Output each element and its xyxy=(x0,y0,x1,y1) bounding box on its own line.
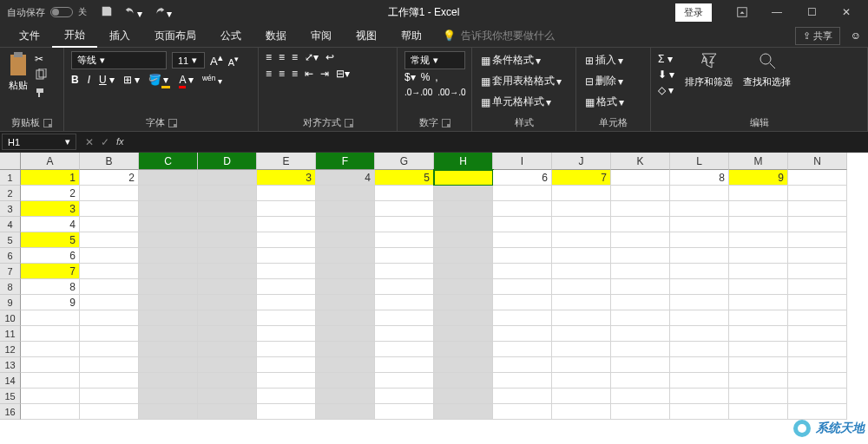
cell-L12[interactable] xyxy=(670,342,729,357)
cell-M13[interactable] xyxy=(729,357,788,373)
underline-button[interactable]: U ▾ xyxy=(99,74,115,86)
row-header-4[interactable]: 4 xyxy=(0,217,21,232)
cell-N2[interactable] xyxy=(788,186,847,201)
cell-D2[interactable] xyxy=(198,186,257,201)
cell-F11[interactable] xyxy=(316,326,375,342)
cell-D8[interactable] xyxy=(198,279,257,295)
table-format-button[interactable]: ▦ 套用表格格式▾ xyxy=(479,72,563,90)
cell-G10[interactable] xyxy=(375,310,434,326)
cell-C1[interactable] xyxy=(139,170,198,186)
col-header-F[interactable]: F xyxy=(316,153,375,170)
cell-B5[interactable] xyxy=(80,232,139,248)
cell-A2[interactable]: 2 xyxy=(21,186,80,201)
cell-I10[interactable] xyxy=(493,310,552,326)
cell-D6[interactable] xyxy=(198,248,257,264)
tab-layout[interactable]: 页面布局 xyxy=(142,25,208,47)
clipboard-launcher[interactable] xyxy=(43,119,52,127)
cell-B9[interactable] xyxy=(80,295,139,310)
cell-N5[interactable] xyxy=(788,232,847,248)
cell-K4[interactable] xyxy=(611,217,670,232)
cell-C12[interactable] xyxy=(139,342,198,357)
cell-A8[interactable]: 8 xyxy=(21,279,80,295)
phonetic-button[interactable]: wén ▾ xyxy=(202,74,222,86)
col-header-C[interactable]: C xyxy=(139,153,198,170)
cell-M8[interactable] xyxy=(729,279,788,295)
cell-M12[interactable] xyxy=(729,342,788,357)
font-launcher[interactable] xyxy=(168,119,177,127)
cell-N7[interactable] xyxy=(788,264,847,279)
cell-H13[interactable] xyxy=(434,357,493,373)
cell-F8[interactable] xyxy=(316,279,375,295)
cell-B7[interactable] xyxy=(80,264,139,279)
login-button[interactable]: 登录 xyxy=(675,3,712,22)
tab-home[interactable]: 开始 xyxy=(52,24,97,48)
border-button[interactable]: ⊞ ▾ xyxy=(123,74,140,86)
align-launcher[interactable] xyxy=(345,119,353,127)
cell-E14[interactable] xyxy=(257,373,316,388)
decrease-font-icon[interactable]: A▾ xyxy=(228,54,239,68)
cell-D12[interactable] xyxy=(198,342,257,357)
merge-button[interactable]: ⊟▾ xyxy=(336,68,350,80)
tell-me-input[interactable]: 💡 告诉我你想要做什么 xyxy=(443,29,555,43)
row-header-12[interactable]: 12 xyxy=(0,342,21,357)
increase-decimal-icon[interactable]: .0→.00 xyxy=(404,88,432,97)
cell-I13[interactable] xyxy=(493,357,552,373)
select-all-corner[interactable] xyxy=(0,153,21,170)
cell-D10[interactable] xyxy=(198,310,257,326)
minimize-icon[interactable]: — xyxy=(762,2,792,23)
cell-C8[interactable] xyxy=(139,279,198,295)
cell-I7[interactable] xyxy=(493,264,552,279)
cell-I4[interactable] xyxy=(493,217,552,232)
worksheet-grid[interactable]: ABCDEFGHIJKLMN 12345678910111213141516 1… xyxy=(0,153,868,444)
copy-icon[interactable] xyxy=(35,69,47,83)
cell-E1[interactable]: 3 xyxy=(257,170,316,186)
insert-cells-button[interactable]: ⊞ 插入 ▾ xyxy=(583,51,625,69)
cell-J4[interactable] xyxy=(552,217,611,232)
cell-A1[interactable]: 1 xyxy=(21,170,80,186)
cell-F14[interactable] xyxy=(316,373,375,388)
cell-H1[interactable] xyxy=(434,170,493,186)
font-size-select[interactable]: 11▾ xyxy=(172,52,205,69)
cell-L2[interactable] xyxy=(670,186,729,201)
cell-H6[interactable] xyxy=(434,248,493,264)
cancel-formula-icon[interactable]: ✕ xyxy=(85,136,94,148)
cell-B2[interactable] xyxy=(80,186,139,201)
tab-file[interactable]: 文件 xyxy=(7,25,52,47)
cell-G4[interactable] xyxy=(375,217,434,232)
cell-H10[interactable] xyxy=(434,310,493,326)
cell-F16[interactable] xyxy=(316,404,375,420)
tab-view[interactable]: 视图 xyxy=(344,25,389,47)
cell-H16[interactable] xyxy=(434,404,493,420)
cell-H4[interactable] xyxy=(434,217,493,232)
cell-F5[interactable] xyxy=(316,232,375,248)
align-middle-icon[interactable]: ≡ xyxy=(279,51,285,63)
col-header-E[interactable]: E xyxy=(257,153,316,170)
cell-K9[interactable] xyxy=(611,295,670,310)
row-header-11[interactable]: 11 xyxy=(0,326,21,342)
tab-formula[interactable]: 公式 xyxy=(208,25,253,47)
cell-L9[interactable] xyxy=(670,295,729,310)
enter-formula-icon[interactable]: ✓ xyxy=(101,136,109,148)
col-header-H[interactable]: H xyxy=(434,153,493,170)
cell-E8[interactable] xyxy=(257,279,316,295)
cell-K6[interactable] xyxy=(611,248,670,264)
align-top-icon[interactable]: ≡ xyxy=(266,51,272,63)
cell-K1[interactable] xyxy=(611,170,670,186)
cell-G2[interactable] xyxy=(375,186,434,201)
cell-H2[interactable] xyxy=(434,186,493,201)
cell-D14[interactable] xyxy=(198,373,257,388)
cell-D9[interactable] xyxy=(198,295,257,310)
cell-A11[interactable] xyxy=(21,326,80,342)
cell-E6[interactable] xyxy=(257,248,316,264)
cell-B3[interactable] xyxy=(80,201,139,217)
cell-F15[interactable] xyxy=(316,388,375,404)
cell-B8[interactable] xyxy=(80,279,139,295)
wrap-text-icon[interactable]: ↩ xyxy=(326,51,334,63)
cell-F10[interactable] xyxy=(316,310,375,326)
cell-J14[interactable] xyxy=(552,373,611,388)
cell-J5[interactable] xyxy=(552,232,611,248)
cell-G6[interactable] xyxy=(375,248,434,264)
cell-F4[interactable] xyxy=(316,217,375,232)
cell-N15[interactable] xyxy=(788,388,847,404)
row-header-8[interactable]: 8 xyxy=(0,279,21,295)
